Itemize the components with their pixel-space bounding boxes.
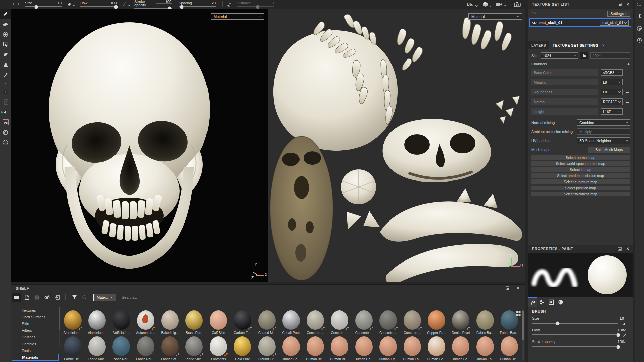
- brush-slider-handle[interactable]: [617, 333, 620, 337]
- material-item[interactable]: Calf Skin: [206, 310, 230, 335]
- material-item[interactable]: Human Fo...: [449, 336, 473, 361]
- size-slider[interactable]: [25, 6, 62, 7]
- stroke-opacity-value[interactable]: 100: [156, 0, 172, 4]
- snapshot-camera-icon[interactable]: [514, 2, 521, 7]
- brush-slider-handle[interactable]: [556, 321, 560, 325]
- size-value[interactable]: 10: [47, 1, 62, 5]
- photoshop-export-button[interactable]: Ps: [0, 117, 11, 127]
- grid-view-icon[interactable]: [516, 311, 521, 316]
- material-item[interactable]: Human Be...: [303, 336, 327, 361]
- material-item[interactable]: Gold Pure: [230, 336, 255, 361]
- brush-slider-track[interactable]: [532, 334, 618, 335]
- sidebar-item-tools[interactable]: Tools: [12, 347, 59, 354]
- brush-slider-track[interactable]: [532, 346, 618, 347]
- material-item[interactable]: Footprints: [206, 336, 230, 361]
- material-item[interactable]: Concrete ...: [303, 310, 327, 335]
- tab-close-icon[interactable]: ×: [602, 43, 605, 48]
- undock-panel-icon[interactable]: [618, 3, 622, 6]
- shelf-scrollbar[interactable]: [522, 310, 524, 361]
- projection-tool-button[interactable]: [0, 29, 11, 39]
- hide-resources-button[interactable]: [43, 293, 51, 302]
- polygon-fill-tool-button[interactable]: [0, 39, 11, 49]
- flow-slider[interactable]: [80, 6, 117, 7]
- visibility-eye-icon[interactable]: [532, 21, 537, 24]
- display-settings-icon[interactable]: D: [467, 2, 477, 7]
- close-panel-icon[interactable]: ×: [517, 286, 519, 290]
- share-button[interactable]: S: [0, 137, 11, 148]
- spacing-slider[interactable]: [179, 6, 216, 7]
- material-item[interactable]: Baked Lig...: [158, 310, 182, 335]
- smudge-tool-button[interactable]: [0, 49, 11, 59]
- add-channel-icon[interactable]: +: [627, 62, 630, 66]
- brush-slider-track[interactable]: [532, 323, 618, 324]
- texture-set-row[interactable]: mat_skull_01 mat_skull_01: [529, 18, 631, 27]
- material-item[interactable]: Fabric Ba...: [473, 310, 497, 335]
- material-item[interactable]: Autumn Le...: [134, 310, 158, 335]
- material-item[interactable]: Concrete ...: [400, 310, 424, 335]
- brush-slider-value[interactable]: 10: [607, 317, 625, 320]
- rail-grip[interactable]: [3, 82, 8, 84]
- select-map-button[interactable]: Select normal map: [531, 155, 630, 160]
- refresh-shelf-button[interactable]: [80, 293, 89, 302]
- material-item[interactable]: Human Ey...: [376, 336, 400, 361]
- display-settings-dock-icon[interactable]: [636, 25, 643, 32]
- viewport-2d-uv[interactable]: Material V U: [269, 9, 525, 282]
- channel-format-select[interactable]: L8: [601, 79, 623, 85]
- shelf-search-input[interactable]: Search...: [122, 295, 137, 299]
- material-item[interactable]: Human He...: [497, 336, 521, 361]
- filter-funnel-icon[interactable]: [70, 293, 79, 302]
- channel-name-input[interactable]: Normal: [531, 98, 598, 105]
- select-map-button[interactable]: Select curvature map: [531, 179, 630, 184]
- tab-alpha-icon[interactable]: [537, 297, 547, 307]
- material-item[interactable]: Aluminium...: [61, 310, 85, 335]
- brush-slider-value[interactable]: 100: [607, 340, 625, 344]
- material-item[interactable]: Brass Pure: [182, 310, 206, 335]
- texture-set-material-dropdown[interactable]: mat_skull_01: [600, 20, 629, 26]
- save-resources-button[interactable]: [33, 293, 41, 302]
- material-item[interactable]: Concrete ...: [352, 310, 376, 335]
- material-item[interactable]: Fabric De...: [61, 336, 85, 361]
- material-item[interactable]: Concrete ...: [327, 310, 352, 335]
- flow-value[interactable]: 100: [102, 1, 117, 5]
- paint-tool-button[interactable]: [0, 9, 11, 19]
- new-resource-button[interactable]: [22, 293, 31, 302]
- material-item[interactable]: Coated M...: [255, 310, 279, 335]
- material-item[interactable]: Concrete ...: [376, 310, 400, 335]
- sidebar-item-brushes[interactable]: Brushes: [12, 334, 59, 340]
- clone-tool-button[interactable]: [0, 59, 11, 70]
- texture-set-settings-dock-icon[interactable]: [636, 12, 643, 20]
- material-picker-tool-button[interactable]: [0, 70, 11, 80]
- brush-slider-handle[interactable]: [617, 345, 620, 349]
- material-item[interactable]: Artificial L...: [109, 310, 133, 335]
- normal-mixing-select[interactable]: Combine: [577, 119, 630, 126]
- sidebar-item-particles[interactable]: Particles: [12, 340, 59, 347]
- select-map-button[interactable]: Select thickness map: [531, 192, 630, 196]
- material-item[interactable]: Fabric Suit...: [182, 336, 206, 361]
- dock-grip[interactable]: [635, 0, 644, 9]
- close-panel-icon[interactable]: ×: [626, 3, 629, 6]
- remove-channel-button[interactable]: –: [625, 70, 630, 75]
- categories-scrollbar[interactable]: [59, 307, 60, 347]
- sidebar-item-skin[interactable]: Skin: [12, 320, 59, 327]
- viewport-3d[interactable]: Material Y X Z: [11, 9, 268, 282]
- material-item[interactable]: Human Fe...: [424, 336, 449, 361]
- sidebar-item-textures[interactable]: Textures: [12, 307, 59, 314]
- select-map-button[interactable]: Select position map: [531, 186, 630, 190]
- lock-ratio-button[interactable]: [580, 52, 588, 59]
- iray-render-button[interactable]: [0, 127, 11, 137]
- channel-name-input[interactable]: Metallic: [531, 79, 598, 85]
- channel-format-select[interactable]: sRGB8: [601, 69, 623, 76]
- material-item[interactable]: Human Bu...: [327, 336, 352, 361]
- channel-format-select[interactable]: L16F: [601, 108, 623, 115]
- history-dock-icon[interactable]: [636, 37, 643, 44]
- notifications-button[interactable]: [0, 107, 11, 117]
- remove-channel-button[interactable]: –: [625, 89, 630, 95]
- tab-texture-set-settings[interactable]: TEXTURE SET SETTINGS: [549, 41, 602, 49]
- channel-format-select[interactable]: RGB16F: [601, 98, 623, 105]
- remove-channel-button[interactable]: –: [625, 109, 630, 114]
- brush-tip-pressure-icon[interactable]: [67, 2, 75, 7]
- tab-layers[interactable]: LAYERS: [528, 41, 549, 49]
- channel-name-input[interactable]: Height: [531, 108, 598, 115]
- channel-name-input[interactable]: Roughness: [531, 89, 598, 95]
- viewport-3d-material-select[interactable]: Material: [211, 13, 264, 20]
